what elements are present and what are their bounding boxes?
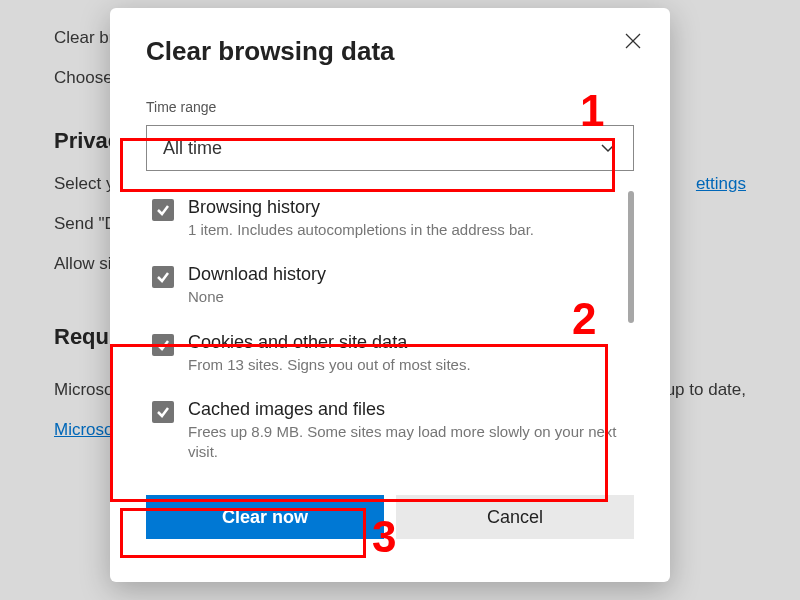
checkbox-browsing-history[interactable] bbox=[152, 199, 174, 221]
list-item[interactable]: Browsing history 1 item. Includes autoco… bbox=[146, 187, 634, 254]
data-types-list: Browsing history 1 item. Includes autoco… bbox=[146, 187, 634, 487]
time-range-label: Time range bbox=[146, 99, 634, 115]
close-button[interactable] bbox=[618, 26, 648, 56]
scrollbar[interactable] bbox=[628, 191, 634, 323]
settings-link[interactable]: ettings bbox=[696, 174, 746, 194]
dialog-title: Clear browsing data bbox=[146, 36, 634, 67]
chevron-down-icon bbox=[599, 139, 617, 157]
checkbox-download-history[interactable] bbox=[152, 266, 174, 288]
list-item[interactable]: Cookies and other site data From 13 site… bbox=[146, 322, 634, 389]
close-icon bbox=[624, 32, 642, 50]
check-icon bbox=[156, 338, 170, 352]
checkbox-cookies[interactable] bbox=[152, 334, 174, 356]
clear-browsing-data-dialog: Clear browsing data Time range All time … bbox=[110, 8, 670, 582]
item-title: Browsing history bbox=[188, 197, 628, 218]
item-title: Cached images and files bbox=[188, 399, 628, 420]
item-desc: None bbox=[188, 287, 628, 307]
bg-text: Microso bbox=[54, 380, 114, 400]
check-icon bbox=[156, 270, 170, 284]
item-title: Download history bbox=[188, 264, 628, 285]
microsoft-link[interactable]: Microso bbox=[54, 420, 114, 439]
checkbox-cache[interactable] bbox=[152, 401, 174, 423]
time-range-select[interactable]: All time bbox=[146, 125, 634, 171]
item-title: Cookies and other site data bbox=[188, 332, 628, 353]
check-icon bbox=[156, 405, 170, 419]
item-desc: 1 item. Includes autocompletions in the … bbox=[188, 220, 628, 240]
list-item[interactable]: Cached images and files Frees up 8.9 MB.… bbox=[146, 389, 634, 477]
cancel-button[interactable]: Cancel bbox=[396, 495, 634, 539]
clear-now-button[interactable]: Clear now bbox=[146, 495, 384, 539]
list-item[interactable]: Download history None bbox=[146, 254, 634, 321]
check-icon bbox=[156, 203, 170, 217]
item-desc: From 13 sites. Signs you out of most sit… bbox=[188, 355, 628, 375]
item-desc: Frees up 8.9 MB. Some sites may load mor… bbox=[188, 422, 628, 463]
time-range-value: All time bbox=[163, 138, 222, 159]
